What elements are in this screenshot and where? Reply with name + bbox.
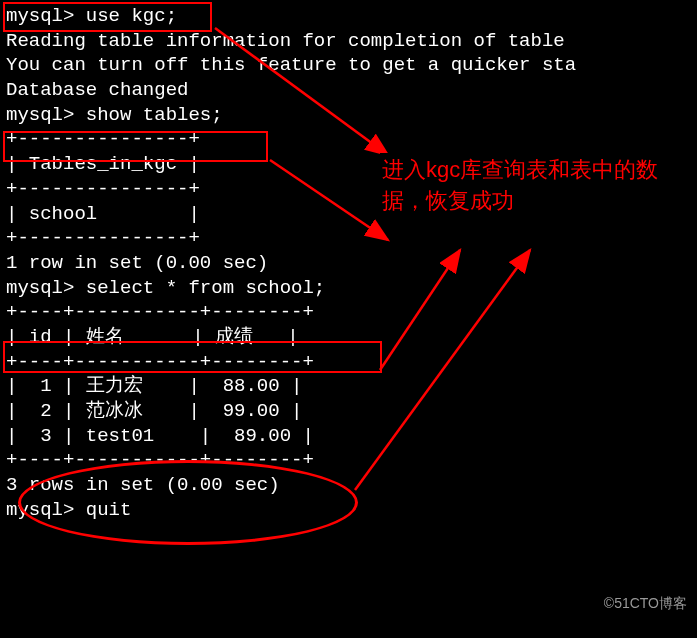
terminal-line: You can turn off this feature to get a q… <box>6 53 691 78</box>
terminal-line: mysql> quit <box>6 498 691 523</box>
terminal-line: mysql> show tables; <box>6 103 691 128</box>
terminal-line: +---------------+ <box>6 127 691 152</box>
terminal-line: +----+-----------+--------+ <box>6 300 691 325</box>
table-row: | 1 | 王力宏 | 88.00 | <box>6 374 691 399</box>
annotation-text: 进入kgc库查询表和表中的数据，恢复成功 <box>380 153 690 219</box>
terminal-line: +----+-----------+--------+ <box>6 350 691 375</box>
watermark: ©51CTO博客 <box>604 594 687 612</box>
terminal-line: mysql> use kgc; <box>6 4 691 29</box>
table-row: | 2 | 范冰冰 | 99.00 | <box>6 399 691 424</box>
terminal-line: mysql> select * from school; <box>6 276 691 301</box>
terminal-line: Reading table information for completion… <box>6 29 691 54</box>
terminal-line: 1 row in set (0.00 sec) <box>6 251 691 276</box>
terminal-line: Database changed <box>6 78 691 103</box>
terminal-line: +----+-----------+--------+ <box>6 448 691 473</box>
terminal-line: | id | 姓名 | 成绩 | <box>6 325 691 350</box>
terminal-line: 3 rows in set (0.00 sec) <box>6 473 691 498</box>
terminal-line: +---------------+ <box>6 226 691 251</box>
table-row: | 3 | test01 | 89.00 | <box>6 424 691 449</box>
